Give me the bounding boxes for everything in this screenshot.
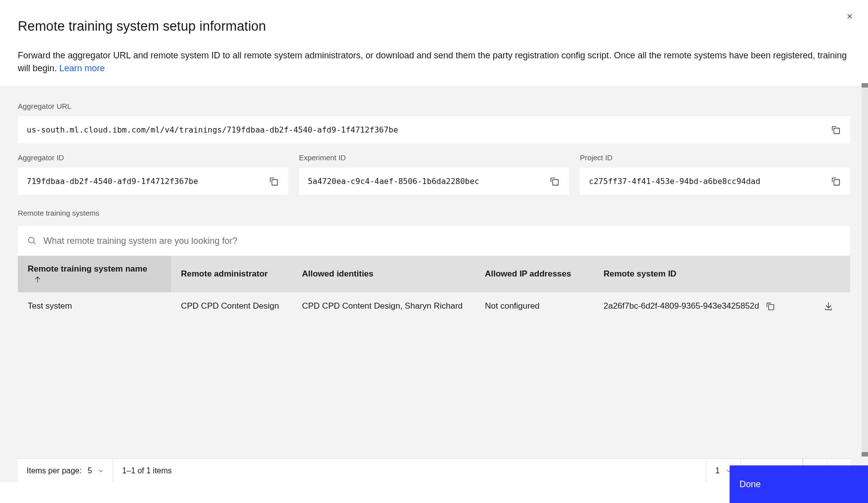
copy-aggregator-id-button[interactable] — [268, 176, 279, 187]
page-value: 1 — [715, 466, 720, 475]
done-button-label: Done — [739, 479, 761, 490]
table-header-row: Remote training system name Remote admin… — [18, 256, 850, 292]
copy-aggregator-url-button[interactable] — [830, 125, 841, 136]
remote-systems-label: Remote training systems — [18, 209, 850, 217]
download-icon — [824, 302, 833, 311]
description: Forward the aggregator URL and remote sy… — [18, 49, 848, 75]
pagination: Items per page: 5 1–1 of 1 items 1 1 of … — [18, 458, 850, 482]
experiment-id-label: Experiment ID — [299, 153, 569, 162]
copy-icon — [269, 177, 278, 186]
scroll-down-icon — [862, 452, 868, 457]
copy-icon — [550, 177, 559, 186]
items-per-page-label: Items per page: — [27, 466, 82, 475]
cell-download — [813, 292, 850, 320]
col-name-label: Remote training system name — [28, 264, 147, 274]
copy-icon — [831, 126, 840, 135]
systems-table: Remote training system name Remote admin… — [18, 256, 850, 320]
sort-asc-icon — [34, 275, 42, 283]
copy-project-id-button[interactable] — [830, 176, 841, 187]
col-actions — [813, 256, 850, 292]
header: Remote training system setup information… — [0, 0, 868, 87]
description-text: Forward the aggregator URL and remote sy… — [18, 50, 847, 73]
experiment-id-value: 5a4720ea-c9c4-4aef-8506-1b6da2280bec — [308, 177, 479, 186]
cell-admin: CPD CPD Content Design — [171, 292, 292, 320]
copy-system-id-button[interactable] — [765, 301, 776, 312]
page-title: Remote training system setup information — [18, 19, 850, 34]
col-identities[interactable]: Allowed identities — [292, 256, 475, 292]
scrollbar[interactable] — [862, 83, 868, 457]
aggregator-url-value: us-south.ml.cloud.ibm.com/ml/v4/training… — [27, 125, 398, 135]
col-sysid[interactable]: Remote system ID — [594, 256, 813, 292]
search-icon — [28, 236, 37, 245]
close-icon — [845, 12, 854, 21]
cell-sysid-value: 2a26f7bc-6d2f-4809-9365-943e3425852d — [604, 301, 759, 311]
project-id-label: Project ID — [580, 153, 850, 162]
items-per-page[interactable]: Items per page: 5 — [18, 459, 113, 482]
items-per-page-value: 5 — [87, 466, 92, 475]
download-config-button[interactable] — [823, 301, 834, 312]
content-panel: Aggregator URL us-south.ml.cloud.ibm.com… — [0, 87, 868, 482]
scroll-up-icon — [862, 83, 868, 88]
copy-experiment-id-button[interactable] — [549, 176, 560, 187]
cell-sysid: 2a26f7bc-6d2f-4809-9365-943e3425852d — [594, 292, 813, 320]
col-admin[interactable]: Remote administrator — [171, 256, 292, 292]
aggregator-id-value: 719fdbaa-db2f-4540-afd9-1f4712f367be — [27, 177, 198, 186]
chevron-down-icon — [98, 468, 104, 474]
search-bar — [18, 226, 850, 256]
project-id-value: c275ff37-4f41-453e-94bd-a6be8cc94dad — [589, 177, 760, 186]
project-id-field: c275ff37-4f41-453e-94bd-a6be8cc94dad — [580, 168, 850, 195]
learn-more-link[interactable]: Learn more — [59, 63, 105, 73]
aggregator-id-field: 719fdbaa-db2f-4540-afd9-1f4712f367be — [18, 168, 288, 195]
aggregator-url-field: us-south.ml.cloud.ibm.com/ml/v4/training… — [18, 116, 850, 143]
search-input[interactable] — [43, 236, 840, 246]
cell-name: Test system — [18, 292, 171, 320]
aggregator-url-label: Aggregator URL — [18, 102, 850, 110]
copy-icon — [766, 302, 775, 311]
experiment-id-field: 5a4720ea-c9c4-4aef-8506-1b6da2280bec — [299, 168, 569, 195]
copy-icon — [831, 177, 840, 186]
aggregator-id-label: Aggregator ID — [18, 153, 288, 162]
table-row: Test system CPD CPD Content Design CPD C… — [18, 292, 850, 320]
close-button[interactable] — [844, 11, 855, 22]
cell-identities: CPD CPD Content Design, Sharyn Richard — [292, 292, 475, 320]
col-name[interactable]: Remote training system name — [18, 256, 171, 292]
done-button[interactable]: Done — [730, 465, 868, 503]
items-range: 1–1 of 1 items — [113, 459, 181, 482]
cell-ips: Not configured — [475, 292, 594, 320]
col-ips[interactable]: Allowed IP addresses — [475, 256, 594, 292]
